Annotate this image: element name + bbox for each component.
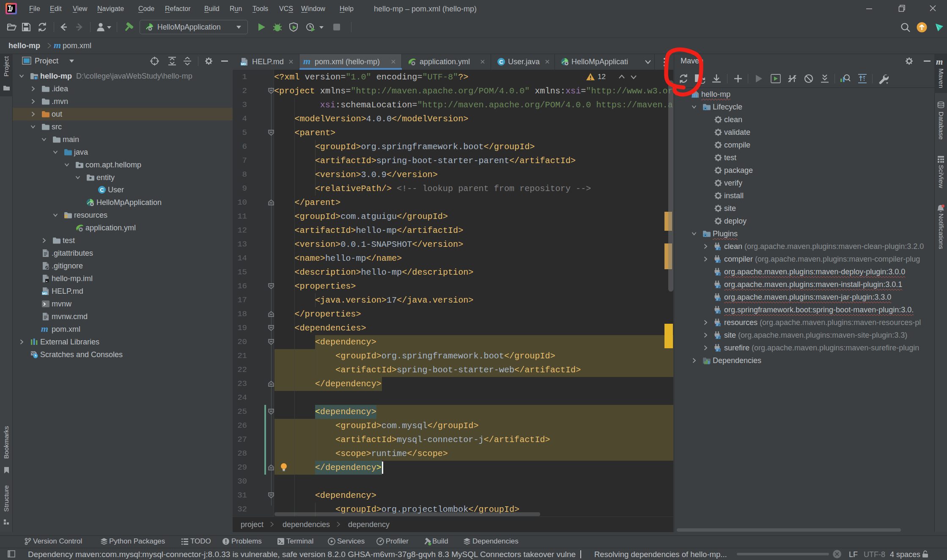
- svg-text:MD: MD: [42, 292, 47, 295]
- svg-text:MD: MD: [241, 62, 246, 66]
- svg-text:C: C: [100, 187, 104, 193]
- svg-text:C: C: [499, 59, 503, 65]
